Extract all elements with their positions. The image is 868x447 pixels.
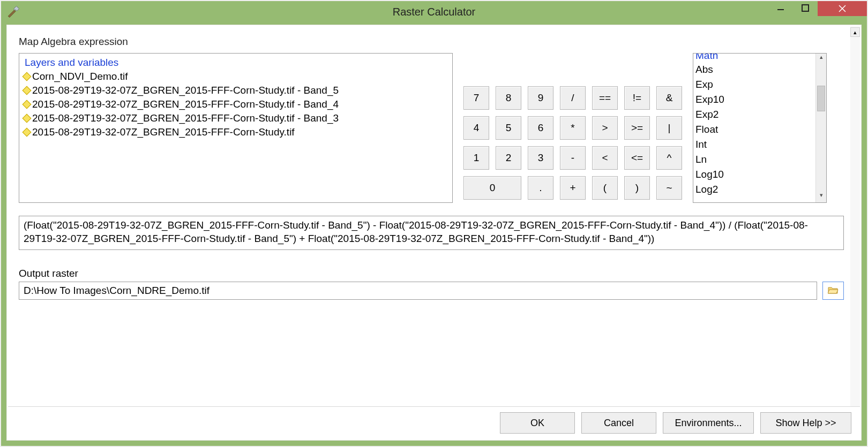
keypad: 7 8 9 / == != & 4 5 6 * > >= xyxy=(463,53,682,203)
key-eq[interactable]: == xyxy=(592,86,618,110)
tool-item[interactable]: Exp2 xyxy=(695,107,824,122)
browse-button[interactable] xyxy=(822,282,844,300)
top-row: Layers and variables Corn_NDVI_Demo.tif … xyxy=(19,53,846,203)
titlebar: Raster Calculator xyxy=(1,1,867,22)
maximize-button[interactable] xyxy=(793,1,818,15)
key-divide[interactable]: / xyxy=(560,86,586,110)
layer-item[interactable]: 2015-08-29T19-32-07Z_BGREN_2015-FFF-Corn… xyxy=(21,111,450,125)
key-8[interactable]: 8 xyxy=(496,86,521,110)
key-3[interactable]: 3 xyxy=(528,146,553,170)
svg-rect-1 xyxy=(802,5,809,11)
key-7[interactable]: 7 xyxy=(463,86,489,110)
layer-icon xyxy=(23,114,32,123)
key-2[interactable]: 2 xyxy=(496,146,521,170)
hammer-icon xyxy=(6,5,20,19)
layer-item[interactable]: 2015-08-29T19-32-07Z_BGREN_2015-FFF-Corn… xyxy=(21,125,450,139)
key-mult[interactable]: * xyxy=(560,116,586,140)
environments-button[interactable]: Environments... xyxy=(663,412,754,434)
window-title: Raster Calculator xyxy=(1,6,867,18)
tools-scrollbar[interactable]: ▴ ▾ xyxy=(815,54,826,202)
layer-icon xyxy=(23,100,32,109)
layers-listbox[interactable]: Layers and variables Corn_NDVI_Demo.tif … xyxy=(19,53,453,203)
minimize-button[interactable] xyxy=(768,1,793,15)
app-window: Raster Calculator ▴ Map Algebra expressi… xyxy=(1,1,867,446)
layer-item[interactable]: 2015-08-29T19-32-07Z_BGREN_2015-FFF-Corn… xyxy=(21,97,450,111)
key-or[interactable]: | xyxy=(656,116,682,140)
tools-listbox[interactable]: Math Abs Exp Exp10 Exp2 Float Int Ln Log… xyxy=(693,53,827,203)
tool-item[interactable]: Exp xyxy=(695,77,824,92)
key-1[interactable]: 1 xyxy=(463,146,489,170)
tool-item[interactable]: Log2 xyxy=(695,182,824,197)
key-plus[interactable]: + xyxy=(560,176,586,200)
output-path-input[interactable] xyxy=(19,282,817,300)
key-tilde[interactable]: ~ xyxy=(656,176,682,200)
layer-item[interactable]: Corn_NDVI_Demo.tif xyxy=(21,70,450,84)
key-lparen[interactable]: ( xyxy=(592,176,618,200)
key-xor[interactable]: ^ xyxy=(656,146,682,170)
scroll-thumb[interactable] xyxy=(817,86,825,111)
tool-item[interactable]: Int xyxy=(695,137,824,152)
key-and[interactable]: & xyxy=(656,86,682,110)
content-area: Map Algebra expression Layers and variab… xyxy=(8,26,860,406)
cancel-button[interactable]: Cancel xyxy=(581,412,656,434)
footer: OK Cancel Environments... Show Help >> xyxy=(8,406,860,439)
layers-header: Layers and variables xyxy=(21,57,450,70)
layer-icon xyxy=(23,128,32,137)
key-4[interactable]: 4 xyxy=(463,116,489,140)
svg-rect-0 xyxy=(777,9,784,10)
layer-label: 2015-08-29T19-32-07Z_BGREN_2015-FFF-Corn… xyxy=(32,125,295,139)
key-rparen[interactable]: ) xyxy=(624,176,650,200)
layer-label: 2015-08-29T19-32-07Z_BGREN_2015-FFF-Corn… xyxy=(32,84,339,97)
key-neq[interactable]: != xyxy=(624,86,650,110)
scroll-up-icon[interactable]: ▴ xyxy=(816,54,826,64)
output-raster-label: Output raster xyxy=(19,268,846,279)
tool-item[interactable]: Exp10 xyxy=(695,92,824,107)
client-inner: Map Algebra expression Layers and variab… xyxy=(8,26,860,439)
key-9[interactable]: 9 xyxy=(528,86,553,110)
window-controls xyxy=(768,1,867,17)
layer-icon xyxy=(23,86,32,95)
key-lte[interactable]: <= xyxy=(624,146,650,170)
key-5[interactable]: 5 xyxy=(496,116,521,140)
expression-input[interactable] xyxy=(19,216,844,250)
layer-label: 2015-08-29T19-32-07Z_BGREN_2015-FFF-Corn… xyxy=(32,97,339,111)
ok-button[interactable]: OK xyxy=(500,412,575,434)
tool-item[interactable]: Abs xyxy=(695,62,824,77)
key-6[interactable]: 6 xyxy=(528,116,553,140)
key-lt[interactable]: < xyxy=(592,146,618,170)
tool-item[interactable]: Float xyxy=(695,122,824,137)
layer-label: Corn_NDVI_Demo.tif xyxy=(32,70,128,84)
key-gt[interactable]: > xyxy=(592,116,618,140)
client-area: ▴ Map Algebra expression Layers and vari… xyxy=(6,25,862,441)
output-row xyxy=(19,282,844,300)
map-algebra-label: Map Algebra expression xyxy=(19,36,846,48)
folder-open-icon xyxy=(828,286,839,296)
show-help-button[interactable]: Show Help >> xyxy=(760,412,851,434)
key-0[interactable]: 0 xyxy=(463,176,521,200)
key-dot[interactable]: . xyxy=(528,176,553,200)
scroll-down-icon[interactable]: ▾ xyxy=(816,192,826,202)
key-minus[interactable]: - xyxy=(560,146,586,170)
layer-icon xyxy=(23,72,32,81)
layer-label: 2015-08-29T19-32-07Z_BGREN_2015-FFF-Corn… xyxy=(32,111,339,125)
tool-item[interactable]: Ln xyxy=(695,152,824,167)
tool-item[interactable]: Log10 xyxy=(695,167,824,182)
key-gte[interactable]: >= xyxy=(624,116,650,140)
tools-category: Math xyxy=(695,53,824,62)
layer-item[interactable]: 2015-08-29T19-32-07Z_BGREN_2015-FFF-Corn… xyxy=(21,84,450,97)
close-button[interactable] xyxy=(818,1,867,16)
